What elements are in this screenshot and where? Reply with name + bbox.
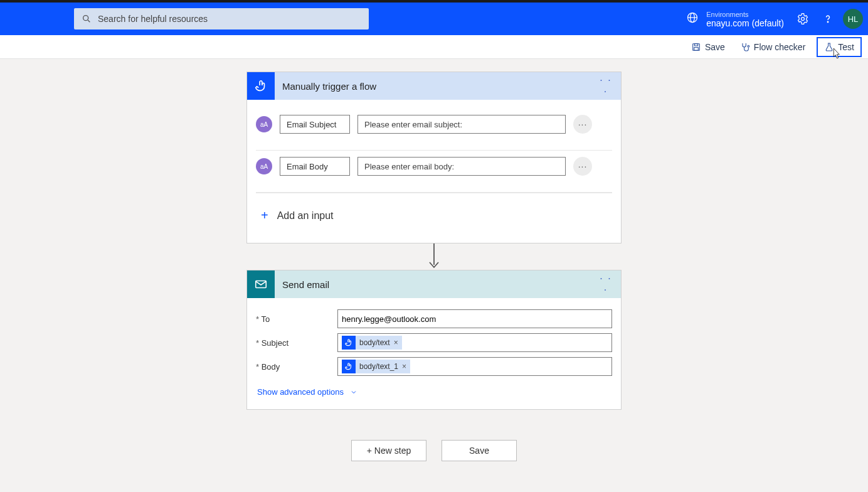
body-label: Body [262, 362, 280, 372]
trigger-card: Manually trigger a flow · · · aA Email S… [246, 72, 622, 243]
chevron-down-icon [350, 388, 357, 396]
stethoscope-icon [740, 42, 750, 52]
flow-canvas: Manually trigger a flow · · · aA Email S… [0, 59, 868, 461]
flow-checker-label: Flow checker [754, 42, 805, 52]
help-button[interactable] [815, 6, 840, 31]
add-input-label: Add an input [277, 210, 334, 222]
save-icon [691, 42, 701, 52]
flow-checker-button[interactable]: Flow checker [736, 40, 809, 55]
param-more-button[interactable]: ··· [573, 157, 592, 176]
app-header: Search for helpful resources Environment… [0, 3, 868, 35]
param-name-input[interactable]: Email Subject [280, 115, 350, 134]
email-icon [247, 270, 275, 298]
plus-icon: + [261, 208, 268, 223]
connector-arrow[interactable] [246, 243, 622, 270]
svg-point-0 [83, 16, 88, 21]
svg-rect-9 [694, 47, 699, 50]
svg-point-10 [748, 45, 749, 47]
subject-input[interactable]: body/text × [337, 333, 612, 352]
param-name-input[interactable]: Email Body [280, 157, 350, 176]
test-button[interactable]: Test [817, 37, 862, 57]
manual-trigger-icon [342, 360, 356, 373]
globe-icon [686, 11, 699, 26]
svg-rect-8 [694, 43, 697, 45]
param-placeholder-input[interactable]: Please enter email subject: [357, 115, 566, 134]
gear-icon [797, 13, 809, 25]
subject-field-row: * Subject body/text × [256, 331, 612, 355]
send-email-title: Send email [275, 279, 596, 290]
to-input[interactable]: henry.legge@outlook.com [337, 309, 612, 328]
token-text: body/text_1 [359, 362, 398, 371]
environment-value: enayu.com (default) [706, 19, 784, 28]
show-advanced-options[interactable]: Show advanced options [256, 378, 612, 400]
dynamic-token[interactable]: body/text × [342, 336, 402, 350]
to-field-row: * To henry.legge@outlook.com [256, 307, 612, 331]
search-input[interactable]: Search for helpful resources [74, 8, 369, 29]
environment-label: Environments [706, 10, 784, 19]
subject-label: Subject [262, 338, 288, 348]
to-label: To [261, 314, 270, 324]
token-remove-button[interactable]: × [402, 362, 406, 371]
trigger-param-row: aA Email Body Please enter email body: ·… [256, 151, 612, 193]
user-avatar[interactable]: HL [843, 9, 863, 29]
trigger-param-row: aA Email Subject Please enter email subj… [256, 109, 612, 151]
body-field-row: * Body body/text_1 × [256, 355, 612, 378]
help-icon [822, 13, 834, 25]
manual-trigger-icon [247, 72, 275, 100]
param-more-button[interactable]: ··· [573, 115, 592, 134]
environment-picker[interactable]: Environments enayu.com (default) [686, 10, 784, 28]
svg-point-5 [802, 18, 805, 21]
settings-button[interactable] [790, 6, 815, 31]
save-label: Save [705, 42, 725, 52]
new-step-button[interactable]: + New step [351, 440, 426, 461]
save-flow-button[interactable]: Save [442, 440, 517, 461]
body-input[interactable]: body/text_1 × [337, 357, 612, 376]
trigger-more-button[interactable]: · · · [596, 75, 616, 97]
send-email-card: Send email · · · * To henry.legge@outloo… [246, 270, 622, 410]
param-placeholder-input[interactable]: Please enter email body: [357, 157, 566, 176]
manual-trigger-icon [342, 336, 356, 350]
advanced-label: Show advanced options [257, 387, 344, 397]
send-email-header[interactable]: Send email · · · [247, 270, 621, 298]
designer-toolbar: Save Flow checker Test [0, 35, 868, 59]
svg-line-1 [88, 20, 90, 22]
trigger-title: Manually trigger a flow [275, 81, 596, 92]
text-type-icon: aA [256, 158, 272, 174]
dynamic-token[interactable]: body/text_1 × [342, 360, 410, 373]
add-input-button[interactable]: + Add an input [256, 193, 612, 234]
search-icon [82, 14, 92, 24]
search-placeholder: Search for helpful resources [98, 14, 208, 24]
arrow-down-icon [428, 243, 440, 270]
footer-actions: + New step Save [246, 440, 622, 461]
trigger-card-header[interactable]: Manually trigger a flow · · · [247, 72, 621, 100]
svg-point-6 [827, 21, 828, 22]
token-text: body/text [359, 338, 390, 347]
send-email-more-button[interactable]: · · · [596, 273, 616, 296]
save-button[interactable]: Save [687, 40, 729, 55]
token-remove-button[interactable]: × [394, 338, 398, 347]
text-type-icon: aA [256, 116, 272, 132]
